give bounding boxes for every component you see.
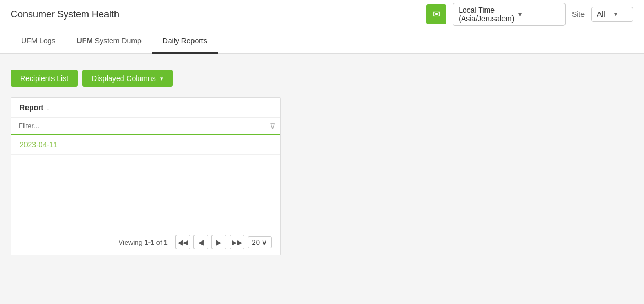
viewing-range: 1-1 <box>144 238 154 246</box>
filter-input[interactable] <box>16 121 267 131</box>
table-row: 2023-04-11 <box>11 135 280 155</box>
report-column-header: Report ↓ <box>20 103 49 112</box>
tab-ufm-system-dump-prefix: UFM <box>77 37 93 45</box>
viewing-text: Viewing 1-1 of 1 <box>119 238 168 246</box>
last-page-button[interactable]: ▶▶ <box>230 235 244 249</box>
tabs-bar: UFM Logs UFM System Dump Daily Reports <box>0 29 644 54</box>
site-label: Site <box>572 10 585 19</box>
first-page-button[interactable]: ◀◀ <box>175 235 190 249</box>
mail-button[interactable]: ✉ <box>426 4 446 24</box>
table-header: Report ↓ <box>11 98 280 118</box>
header: Consumer System Health ✉ Local Time (Asi… <box>0 0 644 29</box>
timezone-chevron-icon: ▾ <box>518 11 560 18</box>
main-content: Recipients List Displayed Columns ▾ Repo… <box>0 54 644 300</box>
report-table: Report ↓ ⊽ 2023-04-11 Viewing 1-1 of 1 ◀… <box>11 97 281 255</box>
report-column-label: Report <box>20 103 43 112</box>
mail-icon: ✉ <box>433 8 440 20</box>
sort-icon[interactable]: ↓ <box>46 104 49 111</box>
report-date-link[interactable]: 2023-04-11 <box>20 140 58 149</box>
site-dropdown[interactable]: All ▾ <box>591 7 633 22</box>
recipients-list-button[interactable]: Recipients List <box>11 70 78 87</box>
displayed-columns-button[interactable]: Displayed Columns ▾ <box>82 70 173 87</box>
displayed-columns-label: Displayed Columns <box>92 74 156 83</box>
table-empty-space <box>11 155 280 229</box>
page-title: Consumer System Health <box>11 9 426 20</box>
tab-ufm-logs-label: UFM Logs <box>21 37 56 45</box>
of-label: of <box>154 238 164 246</box>
timezone-dropdown[interactable]: Local Time (Asia/Jerusalem) ▾ <box>453 3 566 26</box>
tab-daily-reports-label: Daily Reports <box>163 37 207 45</box>
viewing-label: Viewing <box>119 238 145 246</box>
prev-page-button[interactable]: ◀ <box>193 235 208 249</box>
displayed-columns-caret-icon: ▾ <box>160 75 163 82</box>
header-controls: ✉ Local Time (Asia/Jerusalem) ▾ Site All… <box>426 3 633 26</box>
filter-row: ⊽ <box>11 118 280 135</box>
pagination-bar: Viewing 1-1 of 1 ◀◀ ◀ ▶ ▶▶ 20 ∨ <box>11 229 280 255</box>
tab-daily-reports[interactable]: Daily Reports <box>152 29 218 54</box>
site-chevron-icon: ▾ <box>614 11 628 18</box>
page-size-dropdown[interactable]: 20 ∨ <box>248 236 272 248</box>
tab-ufm-logs[interactable]: UFM Logs <box>11 29 66 54</box>
page-size-value: 20 <box>252 238 260 246</box>
timezone-value: Local Time (Asia/Jerusalem) <box>458 6 514 23</box>
tab-ufm-system-dump-suffix: System Dump <box>93 37 142 45</box>
viewing-total: 1 <box>164 238 167 246</box>
next-page-button[interactable]: ▶ <box>211 235 226 249</box>
page-size-chevron-icon: ∨ <box>262 238 267 246</box>
tab-ufm-system-dump[interactable]: UFM System Dump <box>66 29 152 54</box>
filter-icon[interactable]: ⊽ <box>270 122 275 130</box>
site-value: All <box>597 10 610 19</box>
toolbar: Recipients List Displayed Columns ▾ <box>11 70 633 87</box>
